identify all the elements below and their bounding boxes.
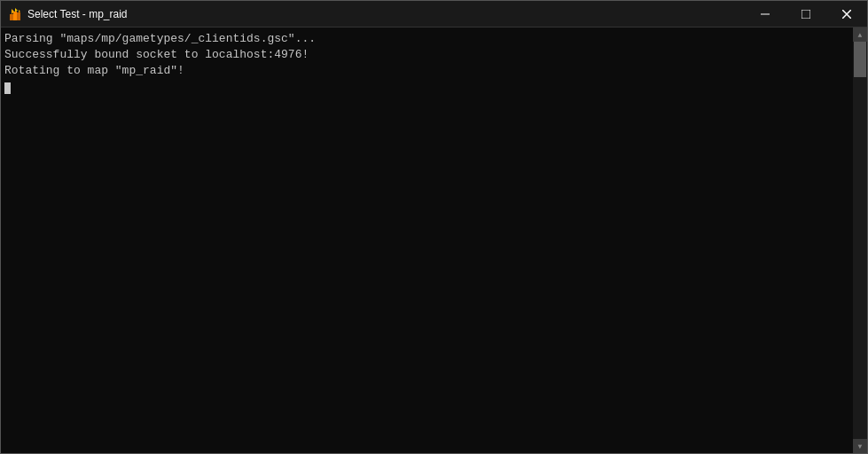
terminal-output[interactable]: Parsing "maps/mp/gametypes/_clientids.gs…	[1, 27, 853, 453]
titlebar: Select Test - mp_raid	[1, 1, 867, 27]
scrollbar-track[interactable]	[853, 42, 867, 439]
terminal-cursor	[4, 82, 11, 94]
app-icon	[8, 7, 22, 21]
terminal-line-3: Rotating to map "mp_raid"!	[4, 63, 849, 79]
svg-rect-1	[13, 12, 17, 20]
svg-rect-0	[10, 14, 13, 20]
scrollbar-down-arrow[interactable]: ▼	[853, 439, 867, 453]
window: Select Test - mp_raid Parsing "maps/mp/g…	[0, 0, 868, 454]
scrollbar[interactable]: ▲ ▼	[853, 27, 867, 453]
titlebar-controls	[745, 1, 867, 27]
terminal-line-1: Parsing "maps/mp/gametypes/_clientids.gs…	[4, 31, 849, 47]
minimize-button[interactable]	[745, 1, 786, 27]
titlebar-left: Select Test - mp_raid	[8, 7, 128, 21]
window-title: Select Test - mp_raid	[27, 8, 128, 20]
terminal-line-2: Successfully bound socket to localhost:4…	[4, 47, 849, 63]
svg-rect-6	[761, 13, 770, 14]
terminal-cursor-line	[4, 80, 849, 96]
close-button[interactable]	[826, 1, 867, 27]
svg-rect-7	[802, 10, 810, 19]
svg-rect-2	[17, 12, 20, 20]
scrollbar-thumb[interactable]	[854, 42, 866, 77]
svg-marker-5	[19, 10, 20, 12]
content-area: Parsing "maps/mp/gametypes/_clientids.gs…	[1, 27, 867, 453]
svg-marker-4	[15, 8, 18, 12]
maximize-button[interactable]	[786, 1, 826, 27]
scrollbar-up-arrow[interactable]: ▲	[853, 27, 867, 42]
